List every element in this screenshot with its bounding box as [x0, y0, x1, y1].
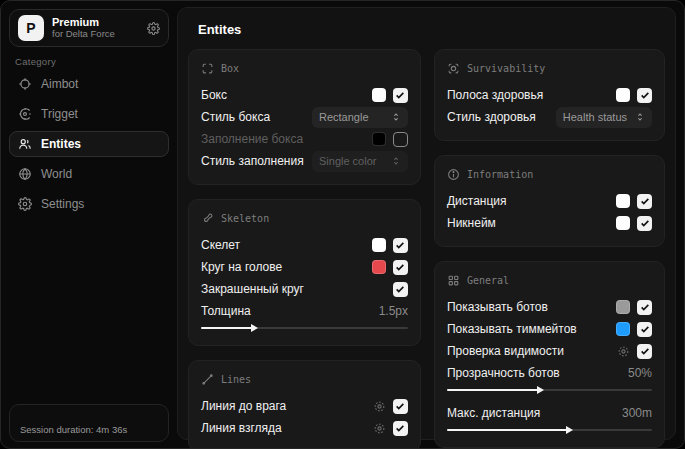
- setting-label: Показывать тиммейтов: [447, 322, 577, 336]
- session-duration: Session duration: 4m 36s: [20, 424, 127, 435]
- category-label: Category: [15, 56, 56, 67]
- checkbox-checked[interactable]: [637, 216, 652, 231]
- setting-label: Линия взгляда: [201, 421, 282, 435]
- setting-row-health-bar: Полоса здоровья: [447, 84, 652, 106]
- setting-label: Заполнение бокса: [201, 132, 303, 146]
- sidebar-item-entites[interactable]: Entites: [9, 131, 169, 157]
- info-icon: [447, 168, 460, 181]
- health-style-dropdown[interactable]: Health status: [556, 107, 652, 128]
- checkbox-unchecked[interactable]: [393, 132, 408, 147]
- card-general: General Показывать ботов Показывать тимм…: [434, 261, 665, 448]
- setting-row-head-circle: Круг на голове: [201, 256, 408, 278]
- sidebar-item-label: Aimbot: [41, 77, 78, 91]
- gear-icon[interactable]: [373, 422, 386, 435]
- checkbox-checked[interactable]: [393, 421, 408, 436]
- setting-label: Стиль заполнения: [201, 154, 304, 168]
- setting-row-max-distance: Макс. дистанция 300m: [447, 404, 652, 435]
- setting-row-thickness: Толщина 1.5px: [201, 302, 408, 333]
- gear-icon[interactable]: [147, 22, 160, 35]
- card-skeleton: Skeleton Скелет Круг на голове: [188, 199, 421, 346]
- setting-label: Скелет: [201, 238, 240, 252]
- setting-row-show-teammates: Показывать тиммейтов: [447, 318, 652, 340]
- entities-icon: [18, 137, 32, 151]
- bone-icon: [201, 212, 214, 225]
- setting-label: Бокс: [201, 88, 227, 102]
- chevron-updown-icon: [391, 156, 401, 166]
- setting-label: Толщина: [201, 304, 251, 318]
- setting-row-enemy-line: Линия до врага: [201, 395, 408, 417]
- checkbox-checked[interactable]: [393, 399, 408, 414]
- color-swatch[interactable]: [372, 88, 386, 102]
- slider-value: 50%: [628, 366, 652, 380]
- checkbox-checked[interactable]: [637, 88, 652, 103]
- slider-handle[interactable]: [251, 324, 258, 332]
- checkbox-checked[interactable]: [393, 282, 408, 297]
- sidebar-item-label: Settings: [41, 197, 84, 211]
- sidebar-item-world[interactable]: World: [9, 161, 169, 187]
- slider-handle[interactable]: [566, 426, 573, 434]
- logo-subtitle: for Delta Force: [52, 29, 139, 40]
- color-swatch[interactable]: [616, 216, 630, 230]
- checkbox-checked[interactable]: [393, 260, 408, 275]
- setting-row-skeleton: Скелет: [201, 234, 408, 256]
- color-swatch[interactable]: [372, 238, 386, 252]
- chevron-updown-icon: [635, 112, 645, 122]
- color-swatch[interactable]: [616, 322, 630, 336]
- fill-style-dropdown[interactable]: Single color: [312, 151, 408, 172]
- dropdown-value: Rectangle: [319, 111, 369, 123]
- logo-title: Premium: [52, 16, 139, 29]
- checkbox-checked[interactable]: [637, 300, 652, 315]
- grid-icon: [447, 274, 460, 287]
- setting-label: Дистанция: [447, 194, 507, 208]
- checkbox-checked[interactable]: [393, 238, 408, 253]
- setting-row-filled-circle: Закрашенный круг: [201, 278, 408, 300]
- setting-row-health-style: Стиль здоровья Health status: [447, 106, 652, 128]
- color-swatch[interactable]: [372, 260, 386, 274]
- card-header-label: Skeleton: [221, 213, 269, 224]
- slider-value: 1.5px: [379, 304, 408, 318]
- setting-label: Проверка видимости: [447, 344, 564, 358]
- setting-label: Полоса здоровья: [447, 88, 543, 102]
- sidebar-item-aimbot[interactable]: Aimbot: [9, 71, 169, 97]
- color-swatch[interactable]: [372, 132, 386, 146]
- sidebar-item-label: Entites: [41, 137, 81, 151]
- color-swatch[interactable]: [616, 300, 630, 314]
- checkbox-checked[interactable]: [393, 88, 408, 103]
- checkbox-checked[interactable]: [637, 344, 652, 359]
- slider-value: 300m: [622, 406, 652, 420]
- slider-handle[interactable]: [537, 386, 544, 394]
- sidebar-item-trigget[interactable]: Trigget: [9, 101, 169, 127]
- setting-row-show-bots: Показывать ботов: [447, 296, 652, 318]
- bot-opacity-slider[interactable]: [447, 385, 652, 395]
- color-swatch[interactable]: [616, 194, 630, 208]
- setting-label: Линия до врага: [201, 399, 286, 413]
- max-distance-slider[interactable]: [447, 425, 652, 435]
- card-lines: Lines Линия до врага: [188, 360, 421, 449]
- setting-row-bot-opacity: Прозрачность ботов 50%: [447, 364, 652, 395]
- sidebar-item-settings[interactable]: Settings: [9, 191, 169, 217]
- gear-icon[interactable]: [617, 345, 630, 358]
- setting-label: Показывать ботов: [447, 300, 548, 314]
- card-header-label: Box: [221, 63, 239, 74]
- setting-row-view-line: Линия взгляда: [201, 417, 408, 439]
- checkbox-checked[interactable]: [637, 322, 652, 337]
- thickness-slider[interactable]: [201, 323, 408, 333]
- page-title: Entites: [198, 22, 665, 37]
- setting-row-fill-style: Стиль заполнения Single color: [201, 150, 408, 172]
- card-header-label: Information: [467, 169, 533, 180]
- box-style-dropdown[interactable]: Rectangle: [312, 107, 408, 128]
- checkbox-checked[interactable]: [637, 194, 652, 209]
- sidebar: P Premium for Delta Force Category: [1, 1, 177, 448]
- session-card: Session duration: 4m 36s: [9, 404, 169, 442]
- setting-label: Прозрачность ботов: [447, 366, 560, 380]
- gear-icon[interactable]: [373, 400, 386, 413]
- survivability-icon: [447, 62, 460, 75]
- globe-icon: [18, 167, 32, 181]
- setting-label: Круг на голове: [201, 260, 282, 274]
- crosshair-icon: [18, 77, 32, 91]
- setting-label: Стиль бокса: [201, 110, 270, 124]
- setting-label: Закрашенный круг: [201, 282, 304, 296]
- column-left: Box Бокс Стиль бокса: [188, 49, 421, 449]
- color-swatch[interactable]: [616, 88, 630, 102]
- setting-row-visibility-check: Проверка видимости: [447, 340, 652, 362]
